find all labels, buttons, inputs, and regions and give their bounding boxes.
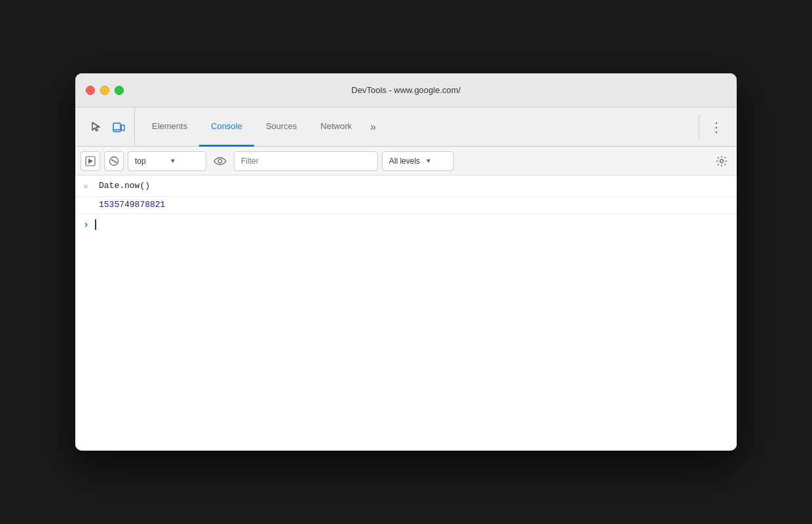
filter-input[interactable] [234,151,378,171]
clear-log-button[interactable] [104,151,124,171]
tab-console[interactable]: Console [199,107,254,147]
svg-point-7 [218,159,222,163]
tabs-divider [699,114,699,140]
select-element-icon[interactable] [87,118,105,136]
context-selector[interactable]: top ▼ [128,151,206,171]
settings-button[interactable] [712,151,731,171]
titlebar: DevTools - www.google.com/ [75,73,737,107]
minimize-button[interactable] [100,86,109,95]
svg-marker-4 [88,159,93,164]
entry-command-text: Date.now() [99,181,150,191]
execute-script-button[interactable] [81,151,100,171]
context-dropdown-arrow: ▼ [170,157,199,164]
console-entry-result-1: 1535749878821 [75,197,737,214]
console-content: × Date.now() 1535749878821 › [75,176,737,451]
level-label: All levels [389,157,420,166]
console-toolbar: top ▼ All levels ▼ [75,147,737,176]
entry-error-icon: × [83,181,88,194]
entry-result-value: 1535749878821 [99,200,165,210]
devtools-menu-button[interactable]: ⋮ [702,107,731,146]
console-input-cursor [94,219,96,230]
tab-elements[interactable]: Elements [140,107,199,147]
tab-network[interactable]: Network [309,107,364,147]
traffic-lights [86,86,124,95]
maximize-button[interactable] [115,86,124,95]
eye-watch-button[interactable] [210,151,230,171]
level-arrow: ▼ [425,157,432,164]
console-entry-1: × Date.now() [75,176,737,197]
more-tabs-button[interactable]: » [363,107,382,146]
devtools-window: DevTools - www.google.com/ Elements [75,73,737,451]
tabs-spacer [382,107,696,146]
toolbar-icons [81,107,135,146]
log-level-selector[interactable]: All levels ▼ [382,151,454,171]
svg-rect-1 [121,125,124,130]
console-prompt-icon: › [83,219,89,231]
svg-point-8 [720,159,724,162]
svg-rect-0 [113,123,120,132]
device-toolbar-icon[interactable] [109,118,128,136]
window-title: DevTools - www.google.com/ [352,85,461,95]
console-input-row[interactable]: › [75,214,737,236]
svg-line-6 [111,159,117,162]
context-value: top [135,157,164,166]
close-button[interactable] [86,86,95,95]
tabs-bar: Elements Console Sources Network » ⋮ [75,107,737,147]
tab-sources[interactable]: Sources [254,107,309,147]
